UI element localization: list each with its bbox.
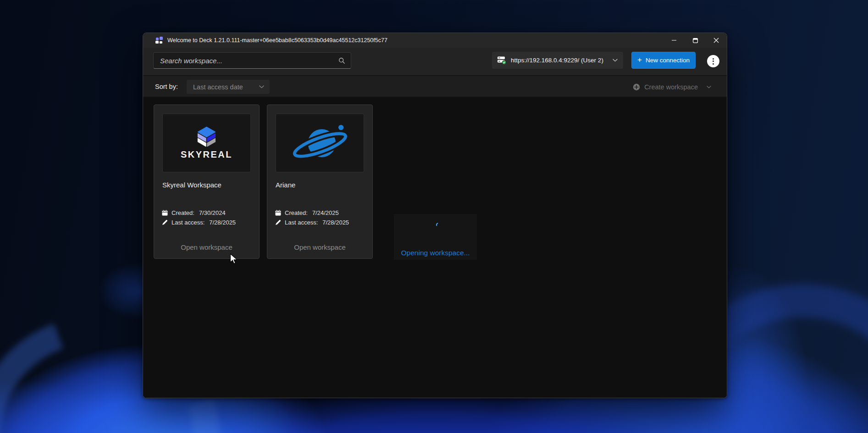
created-row: Created: 7/30/2024 (162, 209, 226, 216)
chevron-down-icon (613, 59, 618, 62)
close-button[interactable] (706, 33, 727, 48)
last-access-label: Last access: (171, 219, 205, 226)
open-workspace-button[interactable]: Open workspace (267, 241, 372, 252)
created-label: Created: (171, 209, 194, 216)
maximize-icon (692, 38, 698, 44)
create-workspace-label: Create workspace (644, 83, 698, 91)
workspace-card-ariane: Ariane Created: 7/24/2025 Last access: 7… (267, 104, 373, 259)
minimize-button[interactable] (663, 33, 685, 48)
calendar-icon (162, 210, 168, 216)
window-controls (663, 33, 727, 48)
workspace-name: Ariane (276, 181, 295, 189)
opening-workspace-card: Opening workspace... (394, 214, 477, 260)
sort-select[interactable]: Last access date (187, 80, 270, 94)
new-connection-button[interactable]: + New connection (631, 52, 696, 69)
skyreal-logo: SKYREAL (162, 114, 251, 172)
created-row: Created: 7/24/2025 (275, 209, 339, 216)
search-input[interactable] (154, 57, 338, 65)
connection-select[interactable]: https://192.168.0.4:9229/ (User 2) (492, 52, 623, 69)
last-access-label: Last access: (285, 219, 318, 226)
new-connection-label: New connection (646, 57, 690, 64)
more-options-button[interactable] (707, 55, 719, 67)
ariane-logo (276, 114, 364, 172)
connection-value: https://192.168.0.4:9229/ (User 2) (511, 57, 603, 64)
sort-select-value: Last access date (193, 83, 243, 91)
open-workspace-button[interactable]: Open workspace (154, 241, 259, 252)
plus-circle-icon (633, 83, 640, 91)
last-access-value: 7/28/2025 (209, 219, 236, 226)
kebab-icon (713, 58, 714, 60)
last-access-row: Last access: 7/28/2025 (275, 219, 349, 226)
sort-by-label: Sort by: (155, 83, 178, 90)
search-field (153, 52, 351, 69)
app-window: Welcome to Deck 1.21.0.111-master+06ee5b… (143, 33, 727, 398)
minimize-icon (671, 38, 677, 43)
server-icon (497, 56, 507, 65)
calendar-icon (275, 210, 281, 216)
created-value: 7/24/2025 (312, 209, 339, 216)
close-icon (713, 38, 719, 43)
chevron-down-icon (259, 85, 264, 88)
search-icon[interactable] (338, 57, 345, 64)
maximize-button[interactable] (685, 33, 706, 48)
skyreal-logo-text: SKYREAL (181, 149, 232, 160)
created-value: 7/30/2024 (199, 209, 226, 216)
toolbar: Sort by: Last access date Create workspa… (143, 75, 727, 97)
planet-icon (289, 121, 351, 166)
pencil-icon (162, 219, 168, 225)
pencil-icon (275, 219, 281, 225)
created-label: Created: (285, 209, 308, 216)
plus-icon: + (637, 56, 642, 64)
skyreal-cube-icon (196, 126, 217, 148)
chevron-down-icon (707, 86, 711, 88)
workspace-card-skyreal: SKYREAL Skyreal Workspace Created: 7/30/… (154, 104, 260, 259)
workspace-grid: SKYREAL Skyreal Workspace Created: 7/30/… (143, 97, 727, 398)
opening-workspace-status: Opening workspace... (394, 249, 477, 257)
window-title: Welcome to Deck 1.21.0.111-master+06ee5b… (167, 37, 387, 44)
spinner-icon (436, 220, 440, 228)
workspace-name: Skyreal Workspace (162, 181, 221, 189)
app-logo-icon (155, 37, 163, 44)
create-workspace-button[interactable]: Create workspace (633, 76, 711, 98)
title-bar[interactable]: Welcome to Deck 1.21.0.111-master+06ee5b… (143, 33, 727, 48)
last-access-value: 7/28/2025 (322, 219, 349, 226)
last-access-row: Last access: 7/28/2025 (162, 219, 236, 226)
header-bar: https://192.168.0.4:9229/ (User 2) + New… (143, 48, 727, 75)
